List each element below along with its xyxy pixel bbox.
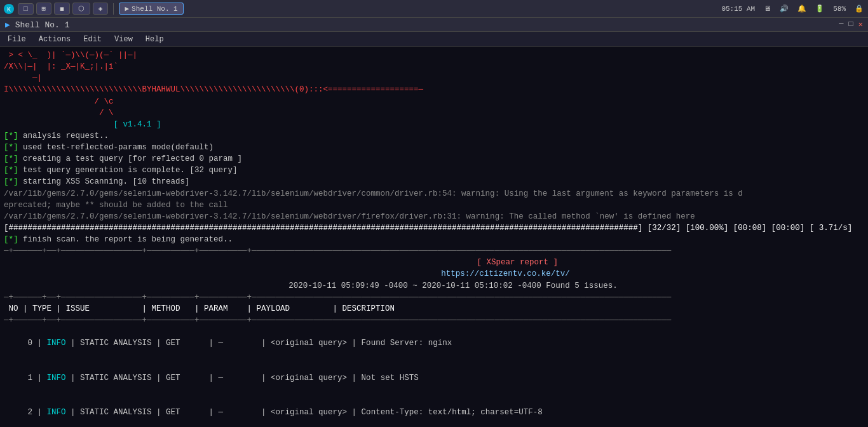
taskbar-icon-1: □: [24, 5, 28, 13]
ascii-art-line-3: ─|: [4, 72, 864, 84]
ascii-art-line-1: > < \_ )| `─)\\(─)(─` ||─|: [4, 50, 864, 61]
menu-edit[interactable]: Edit: [78, 34, 107, 45]
taskbar-icon-3: ◼: [60, 4, 64, 13]
window-titlebar: ▶ Shell No. 1 ─ □ ✕: [0, 18, 868, 32]
table-row-1: 1 | INFO | STATIC ANALYSIS | GET | ─ | <…: [4, 360, 864, 395]
menu-file[interactable]: File: [3, 34, 31, 45]
log-line-7: eprecated; maybe ** should be added to t…: [4, 200, 864, 211]
minimize-button[interactable]: ─: [839, 20, 843, 29]
table-header-border-bottom: ─+──────+──+─────────────────+──────────…: [4, 315, 864, 326]
ascii-art-line-2: /X\\|─| |: _X─|K_;|.|i`: [4, 61, 864, 72]
log-progress: [#######################################…: [4, 222, 864, 234]
taskbar-btn-1[interactable]: □: [18, 3, 34, 15]
terminal-output: > < \_ )| `─)\\(─)(─` ||─| /X\\|─| |: _X…: [0, 47, 868, 427]
menu-actions[interactable]: Actions: [34, 34, 76, 45]
maximize-button[interactable]: □: [849, 20, 853, 29]
monitor-icon: 🖥: [762, 4, 773, 13]
speaker-icon: 🔊: [778, 4, 790, 13]
titlebar-title-text: Shell No. 1: [15, 20, 70, 30]
window-controls[interactable]: ─ □ ✕: [839, 20, 863, 29]
taskbar-btn-2[interactable]: ⊞: [36, 3, 52, 15]
taskbar-divider: [113, 3, 114, 15]
titlebar-title: ▶ Shell No. 1: [5, 20, 69, 30]
taskbar-icon-2: ⊞: [42, 4, 46, 13]
log-line-5: [*] starting XSS Scanning. [10 threads]: [4, 176, 864, 187]
battery-level: 58%: [831, 5, 848, 13]
table-border-top: ─+──────+──+─────────────────+──────────…: [4, 245, 864, 257]
taskbar-btn-5[interactable]: ◈: [93, 3, 109, 15]
ascii-art-line-4: I\\\\\\\\\\\\\\\\\\\\\\\\\\\\BYHAHWUL\\\…: [4, 84, 864, 95]
menu-view[interactable]: View: [109, 34, 138, 45]
taskbar-time: 05:15 AM: [719, 5, 757, 13]
table-header-border-top: ─+──────+──+─────────────────+──────────…: [4, 292, 864, 303]
close-button[interactable]: ✕: [858, 20, 863, 29]
report-header: [ XSpear report ]: [4, 257, 864, 268]
taskbar-right: 05:15 AM 🖥 🔊 🔔 🔋 58% 🔒: [719, 4, 865, 13]
terminal-title-icon: ▶: [5, 20, 15, 30]
log-line-8: /var/lib/gems/2.7.0/gems/selenium-webdri…: [4, 211, 864, 222]
table-row-0: 0 | INFO | STATIC ANALYSIS | GET | ─ | <…: [4, 326, 864, 360]
menubar: File Actions Edit View Help: [0, 32, 868, 47]
log-line-4: [*] test query generation is complete. […: [4, 165, 864, 176]
taskbar-btn-4[interactable]: ⬡: [72, 3, 90, 15]
ascii-art-version: [ v1.4.1 ]: [4, 119, 864, 130]
log-line-6: /var/lib/gems/2.7.0/gems/selenium-webdri…: [4, 188, 864, 200]
log-line-finish: [*] finish scan. the report is being gen…: [4, 234, 864, 245]
taskbar-icon-5: ◈: [98, 4, 103, 13]
svg-text:K: K: [7, 6, 11, 13]
ascii-art-line-6: / \: [4, 107, 864, 119]
ascii-art-line-5: / \c: [4, 96, 864, 107]
bell-icon: 🔔: [796, 4, 808, 13]
taskbar-left: K □ ⊞ ◼ ⬡ ◈ ▶ Shell No. 1: [3, 3, 719, 15]
taskbar-shell-label: Shell No. 1: [132, 5, 178, 13]
taskbar-btn-3[interactable]: ◼: [54, 3, 70, 15]
log-line-3: [*] creating a test query [for reflected…: [4, 153, 864, 165]
battery-icon: 🔋: [813, 4, 826, 13]
menu-help[interactable]: Help: [140, 34, 169, 45]
table-headers: NO | TYPE | ISSUE | METHOD | PARAM | PAY…: [4, 303, 864, 315]
log-line-1: [*] analysis request..: [4, 130, 864, 142]
kali-logo-icon[interactable]: K: [3, 3, 15, 15]
table-row-2: 2 | INFO | STATIC ANALYSIS | GET | ─ | <…: [4, 395, 864, 427]
taskbar: K □ ⊞ ◼ ⬡ ◈ ▶ Shell No. 1 05:15 AM 🖥 🔊 🔔…: [0, 0, 868, 18]
terminal-icon: ▶: [125, 4, 129, 13]
taskbar-shell-btn[interactable]: ▶ Shell No. 1: [119, 3, 183, 15]
log-line-2: [*] used test-reflected-params mode(defa…: [4, 142, 864, 153]
lock-icon: 🔒: [853, 4, 865, 13]
taskbar-icon-4: ⬡: [78, 4, 85, 13]
report-date: 2020-10-11 05:09:49 -0400 ~ 2020-10-11 0…: [4, 280, 864, 292]
report-url: https://citizentv.co.ke/tv/: [4, 268, 864, 280]
